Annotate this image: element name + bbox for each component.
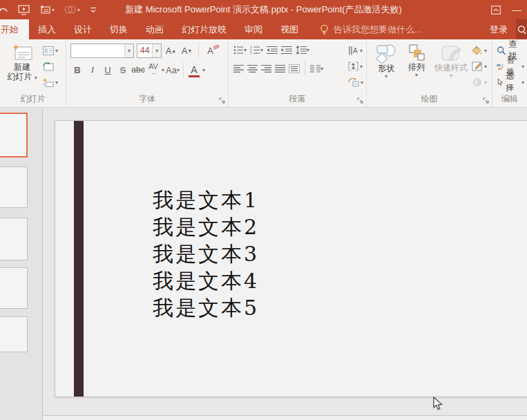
start-slideshow-icon[interactable] [17, 0, 31, 19]
character-spacing-button[interactable]: AV ↔ [146, 63, 160, 77]
tab-view[interactable]: 视图 [271, 19, 307, 39]
font-dialog-launcher-icon[interactable] [219, 97, 226, 104]
font-size-combo[interactable]: 44 ▼ [137, 44, 162, 58]
shrink-font-button[interactable]: A▼ [180, 44, 193, 58]
italic-button[interactable]: I [86, 63, 99, 77]
select-button[interactable]: 选择 ▾ [497, 76, 524, 88]
sign-in-button[interactable]: 登录 [490, 19, 516, 39]
font-name-combo[interactable]: ▼ [70, 44, 134, 58]
slide-text-block[interactable]: 我是文本1 我是文本2 我是文本3 我是文本4 我是文本5 [153, 187, 259, 321]
tab-slideshow[interactable]: 幻灯片放映 [173, 19, 236, 39]
align-left-button[interactable] [233, 62, 245, 75]
change-case-button[interactable]: Aa▾ [166, 63, 180, 77]
chevron-down-icon: ▾ [307, 47, 309, 53]
slides-group-label: 幻灯片 [0, 93, 66, 107]
strikethrough-button[interactable]: abc [131, 63, 145, 77]
chevron-down-icon: ▾ [450, 73, 452, 79]
quick-access-toolbar: ▾ ▾ [0, 0, 98, 19]
font-group: ▼ 44 ▼ A▲ A▼ A [66, 39, 229, 107]
tab-review[interactable]: 审阅 [236, 19, 271, 39]
layout-button[interactable]: ▾ [43, 44, 58, 57]
minimize-button[interactable]: — [512, 4, 521, 15]
new-slide-label-2: 幻灯片 [7, 72, 32, 82]
tab-transitions[interactable]: 切换 [101, 19, 137, 39]
divider [198, 43, 199, 58]
slide-thumbnail-2[interactable] [0, 166, 28, 208]
workspace: 我是文本1 我是文本2 我是文本3 我是文本4 我是文本5 [0, 108, 527, 420]
shape-outline-button[interactable]: ▾ [472, 60, 487, 73]
tab-animations[interactable]: 动画 [137, 19, 173, 39]
customize-qat-icon[interactable] [88, 0, 98, 19]
text-shadow-button[interactable]: S [116, 63, 130, 77]
divider [305, 61, 305, 76]
slide-editing-area[interactable]: 我是文本1 我是文本2 我是文本3 我是文本4 我是文本5 [43, 108, 527, 420]
slide-thumbnail-5[interactable] [0, 316, 28, 352]
tab-home[interactable]: 开始 [0, 19, 29, 39]
grow-font-button[interactable]: A▲ [164, 44, 178, 58]
bullets-button[interactable]: ▾ [233, 44, 247, 56]
powerpoint-window: ▾ ▾ 新建 Microsoft PowerPoint 演示文稿.pptx - … [0, 0, 527, 420]
text-direction-button[interactable]: A ▾ [348, 44, 363, 57]
quick-styles-button[interactable]: 快速样式 ▾ [432, 43, 470, 79]
ribbon-display-options-icon[interactable] [491, 6, 501, 15]
slide-text-line[interactable]: 我是文本3 [153, 240, 259, 267]
new-slide-button[interactable]: 新建 幻灯片 ▾ [4, 43, 40, 83]
chevron-down-icon: ▾ [484, 64, 487, 70]
drawing-dialog-launcher-icon[interactable] [483, 97, 490, 104]
chevron-down-icon: ▾ [385, 73, 387, 79]
section-button[interactable]: ▾ [43, 76, 58, 88]
reset-button[interactable] [43, 60, 58, 73]
increase-indent-button[interactable] [280, 44, 293, 56]
chevron-down-icon: ▾ [55, 79, 58, 86]
tab-insert[interactable]: 插入 [29, 19, 65, 39]
slide-text-line[interactable]: 我是文本1 [153, 187, 259, 213]
align-text-button[interactable]: ▾ [348, 60, 363, 73]
bold-button[interactable]: B [70, 63, 84, 77]
line-spacing-button[interactable]: ▾ [295, 44, 310, 56]
chevron-down-icon: ▾ [361, 79, 363, 86]
font-color-button[interactable]: A [187, 63, 201, 77]
chevron-down-icon: ▾ [55, 48, 58, 54]
tab-design[interactable]: 设计 [65, 19, 101, 39]
shape-effects-button[interactable]: ▾ [472, 76, 487, 88]
slide-thumbnail-4[interactable] [0, 267, 28, 309]
slide-thumbnail-panel[interactable] [0, 108, 43, 420]
redo-disabled-icon[interactable]: ▾ [63, 0, 82, 19]
slide-text-line[interactable]: 我是文本2 [153, 213, 259, 240]
chevron-down-icon[interactable]: ▼ [124, 44, 133, 57]
arrange-button[interactable]: 排列 ▾ [401, 43, 432, 78]
align-right-button[interactable] [260, 62, 272, 75]
replace-icon: abac [497, 61, 504, 71]
chevron-down-icon: ▾ [35, 75, 37, 81]
shapes-icon [374, 44, 398, 64]
numbering-button[interactable]: 123 ▾ [249, 44, 264, 56]
decrease-indent-button[interactable] [266, 44, 278, 56]
new-slide-qat-icon[interactable]: ▾ [38, 0, 56, 19]
slide-text-line[interactable]: 我是文本4 [153, 267, 259, 294]
underline-button[interactable]: U [101, 63, 115, 77]
justify-button[interactable] [274, 62, 286, 75]
chevron-down-icon[interactable]: ▼ [152, 44, 161, 57]
convert-to-smartart-button[interactable]: ▾ [348, 76, 363, 88]
slide-text-line[interactable]: 我是文本5 [153, 294, 259, 321]
undo-icon[interactable] [0, 0, 10, 19]
slide-thumbnail-1[interactable] [0, 113, 28, 158]
tell-me-box[interactable]: 告诉我您想要做什么... [320, 19, 422, 39]
slide-canvas[interactable]: 我是文本1 我是文本2 我是文本3 我是文本4 我是文本5 [55, 120, 527, 397]
paragraph-group-label: 段落 [229, 93, 366, 107]
font-group-label: 字体 [66, 93, 228, 107]
chevron-down-icon: ▾ [484, 79, 487, 86]
chevron-down-icon: ▾ [521, 64, 524, 70]
paragraph-dialog-launcher-icon[interactable] [357, 97, 364, 104]
notes-bar[interactable] [43, 415, 527, 420]
shapes-button[interactable]: 形状 ▾ [371, 43, 401, 79]
lightbulb-icon [320, 24, 329, 35]
clear-formatting-button[interactable]: A [204, 44, 217, 58]
slide-thumbnail-3[interactable] [0, 218, 28, 260]
distribute-button[interactable] [288, 62, 300, 75]
search-icon[interactable] [516, 19, 527, 39]
columns-button[interactable]: ▾ [309, 62, 324, 75]
editing-group-label: 编辑 [492, 93, 527, 107]
align-center-button[interactable] [247, 62, 258, 75]
shape-fill-button[interactable]: ▾ [472, 44, 487, 57]
